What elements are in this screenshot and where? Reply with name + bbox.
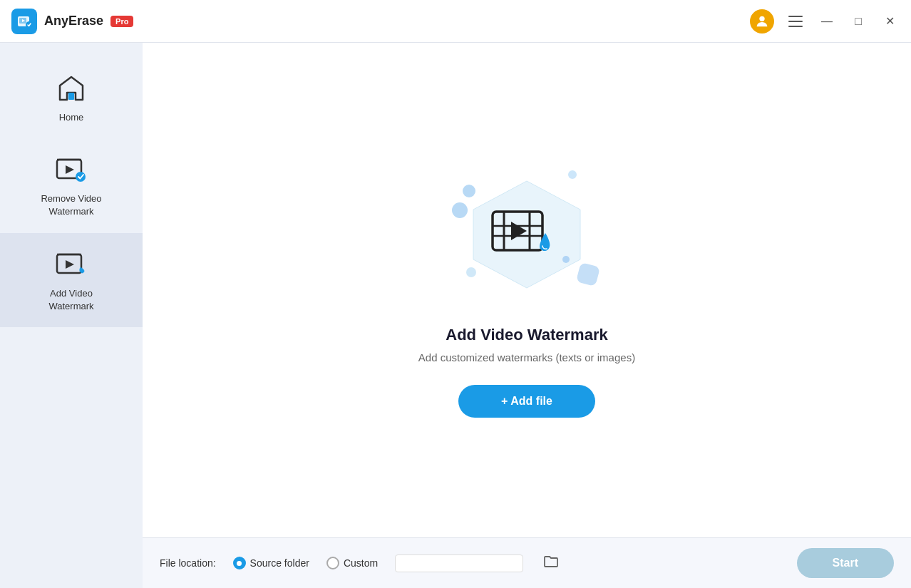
home-icon bbox=[54, 71, 88, 105]
deco-circle-6 bbox=[562, 256, 570, 263]
deco-circle-2 bbox=[568, 170, 577, 179]
remove-watermark-icon bbox=[54, 153, 88, 187]
svg-rect-5 bbox=[68, 93, 74, 100]
svg-marker-12 bbox=[66, 260, 74, 269]
footer-bar: File location: Source folder Custom bbox=[143, 537, 911, 588]
footer-left: File location: Source folder Custom bbox=[160, 552, 562, 575]
sidebar-home-label: Home bbox=[59, 111, 84, 124]
sidebar-item-remove-video-watermark[interactable]: Remove VideoWatermark bbox=[0, 138, 143, 232]
hero-subtitle: Add customized watermarks (texts or imag… bbox=[418, 351, 635, 363]
custom-radio[interactable] bbox=[326, 557, 339, 569]
source-folder-radio-inner bbox=[237, 561, 242, 566]
title-bar-right: — □ ✕ bbox=[750, 9, 900, 33]
sidebar-item-add-video-watermark[interactable]: Add VideoWatermark bbox=[0, 233, 143, 327]
start-button[interactable]: Start bbox=[797, 548, 894, 578]
svg-point-9 bbox=[76, 172, 86, 182]
hero-graphic bbox=[448, 163, 605, 306]
browse-folder-button[interactable] bbox=[540, 552, 562, 575]
menu-button[interactable] bbox=[786, 13, 806, 30]
app-logo bbox=[11, 9, 37, 34]
sidebar-remove-watermark-label: Remove VideoWatermark bbox=[41, 192, 101, 218]
main-content: Add Video Watermark Add customized water… bbox=[143, 43, 911, 537]
source-folder-label: Source folder bbox=[250, 557, 309, 569]
sidebar: Home Remove VideoWatermark Add VideoWate… bbox=[0, 43, 143, 588]
title-bar-left: AnyErase Pro bbox=[11, 9, 133, 34]
pro-badge: Pro bbox=[110, 16, 133, 27]
custom-label: Custom bbox=[344, 557, 378, 569]
source-folder-option[interactable]: Source folder bbox=[233, 557, 309, 569]
close-button[interactable]: ✕ bbox=[880, 11, 900, 31]
user-avatar[interactable] bbox=[750, 9, 774, 33]
svg-marker-19 bbox=[511, 222, 527, 240]
title-bar: AnyErase Pro — □ ✕ bbox=[0, 0, 911, 43]
main-layout: Home Remove VideoWatermark Add VideoWate… bbox=[0, 43, 911, 588]
minimize-button[interactable]: — bbox=[817, 11, 837, 31]
maximize-button[interactable]: □ bbox=[848, 11, 868, 31]
source-folder-radio[interactable] bbox=[233, 557, 246, 569]
custom-option[interactable]: Custom bbox=[326, 557, 378, 569]
sidebar-add-watermark-label: Add VideoWatermark bbox=[48, 287, 93, 313]
deco-circle-3 bbox=[452, 202, 468, 218]
add-file-button[interactable]: + Add file bbox=[458, 385, 595, 418]
hero-video-icon bbox=[491, 206, 562, 263]
svg-point-4 bbox=[759, 16, 764, 21]
deco-circle-1 bbox=[463, 185, 475, 197]
hero-title: Add Video Watermark bbox=[446, 326, 607, 344]
deco-circle-4 bbox=[466, 267, 476, 277]
custom-path-input[interactable] bbox=[395, 555, 523, 572]
svg-marker-8 bbox=[66, 165, 74, 174]
file-location-label: File location: bbox=[160, 557, 216, 569]
app-name: AnyErase bbox=[44, 14, 103, 29]
add-watermark-icon bbox=[54, 247, 88, 282]
sidebar-item-home[interactable]: Home bbox=[0, 57, 143, 138]
content-area: Add Video Watermark Add customized water… bbox=[143, 43, 911, 588]
folder-icon bbox=[543, 555, 559, 569]
